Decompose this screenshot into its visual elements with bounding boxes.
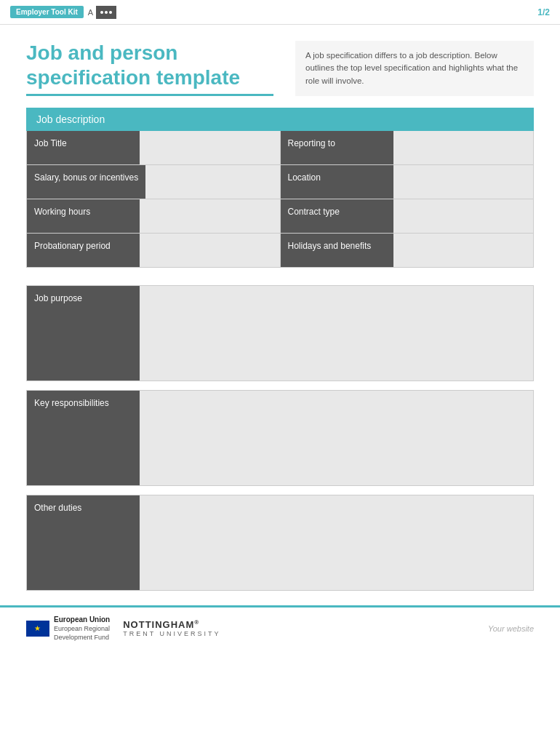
- form-grid: Job Title Reporting to Salary, bonus or …: [26, 131, 534, 268]
- page-number: 1/2: [537, 7, 550, 17]
- footer-website: Your website: [488, 624, 534, 633]
- value-key-responsibilities[interactable]: [140, 391, 533, 485]
- main-title: Job and person specification template: [26, 41, 273, 89]
- label-other-duties: Other duties: [27, 495, 140, 590]
- value-holidays-benefits[interactable]: [393, 234, 534, 267]
- value-reporting-to[interactable]: [393, 131, 534, 164]
- value-job-purpose[interactable]: [140, 286, 533, 381]
- form-row-4: Probationary period Holidays and benefit…: [27, 234, 533, 267]
- field-job-title: Job Title: [27, 131, 281, 164]
- label-contract-type: Contract type: [281, 199, 393, 233]
- eu-logo-block: ★ European Union European Regional Devel…: [26, 615, 110, 642]
- form-row-3: Working hours Contract type: [27, 199, 533, 234]
- form-row-1: Job Title Reporting to: [27, 131, 533, 165]
- form-row-2: Salary, bonus or incentives Location: [27, 165, 533, 199]
- value-working-hours[interactable]: [140, 199, 280, 233]
- value-job-title[interactable]: [140, 131, 280, 164]
- footer: ★ European Union European Regional Devel…: [0, 605, 560, 649]
- field-working-hours: Working hours: [27, 199, 281, 233]
- header-description: A job specification differs to a job des…: [295, 41, 534, 96]
- field-salary: Salary, bonus or incentives: [27, 165, 281, 199]
- toolbar-icon: [96, 6, 116, 19]
- title-underline: [26, 94, 273, 96]
- section-header-job-description: Job description: [26, 108, 534, 131]
- toolkit-letter: A: [88, 8, 93, 17]
- toolkit-label: Employer Tool Kit: [10, 6, 84, 18]
- label-job-purpose: Job purpose: [27, 286, 140, 381]
- eu-text: European Union European Regional Develop…: [54, 615, 110, 642]
- label-salary: Salary, bonus or incentives: [27, 165, 145, 199]
- field-contract-type: Contract type: [281, 199, 534, 233]
- label-key-responsibilities: Key responsibilities: [27, 391, 140, 485]
- field-holidays-benefits: Holidays and benefits: [281, 234, 534, 267]
- value-probationary-period[interactable]: [140, 234, 280, 267]
- label-location: Location: [281, 165, 393, 199]
- eu-flag: ★: [26, 621, 49, 637]
- label-probationary-period: Probationary period: [27, 234, 140, 267]
- field-job-purpose: Job purpose: [26, 285, 534, 381]
- value-other-duties[interactable]: [140, 495, 533, 590]
- field-other-duties: Other duties: [26, 495, 534, 591]
- header-section: Job and person specification template A …: [0, 25, 560, 108]
- label-working-hours: Working hours: [27, 199, 140, 233]
- top-bar: Employer Tool Kit A 1/2: [0, 0, 560, 25]
- nottingham-logo: NOTTINGHAM® TRENT UNIVERSITY: [123, 619, 220, 637]
- value-contract-type[interactable]: [393, 199, 534, 233]
- value-location[interactable]: [393, 165, 534, 199]
- label-holidays-benefits: Holidays and benefits: [281, 234, 393, 267]
- field-location: Location: [281, 165, 534, 199]
- eu-flag-stars: ★: [34, 624, 41, 632]
- field-probationary-period: Probationary period: [27, 234, 281, 267]
- label-job-title: Job Title: [27, 131, 140, 164]
- label-reporting-to: Reporting to: [281, 131, 393, 164]
- field-reporting-to: Reporting to: [281, 131, 534, 164]
- title-block: Job and person specification template: [26, 41, 273, 96]
- field-key-responsibilities: Key responsibilities: [26, 390, 534, 486]
- value-salary[interactable]: [145, 165, 279, 199]
